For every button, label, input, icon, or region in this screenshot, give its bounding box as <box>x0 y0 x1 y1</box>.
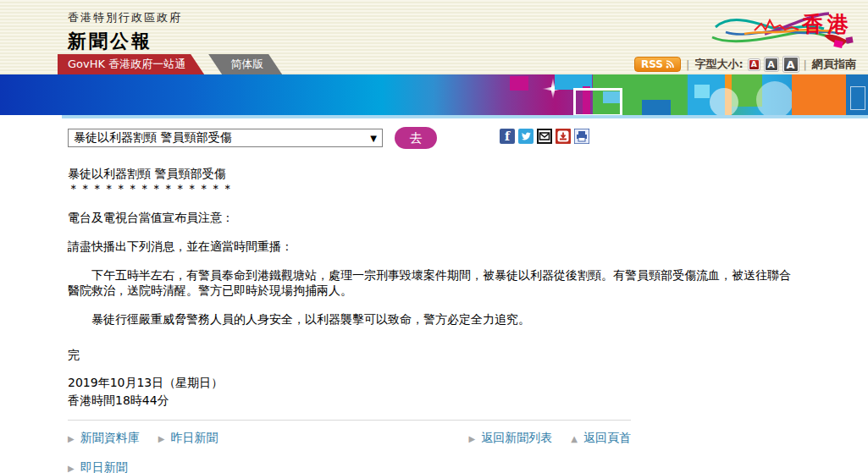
article-paragraph: 下午五時半左右，有警員奉命到港鐵觀塘站，處理一宗刑事毀壞案件期間，被暴徒以利器從… <box>68 267 800 298</box>
rss-label: RSS <box>641 58 663 70</box>
press-release-page: 香港特別行政區政府 新聞公報 香港 GovHK 香港政府一站通 简体版 <box>0 0 868 473</box>
link-label: 返回新聞列表 <box>481 431 552 446</box>
link-today-news[interactable]: ▶ 即日新聞 <box>68 460 128 473</box>
link-news-archive[interactable]: ▶ 新聞資料庫 <box>68 431 140 446</box>
rss-icon <box>666 60 674 69</box>
press-release-article: 暴徒以利器割頸 警員頸部受傷 ＊＊＊＊＊＊＊＊＊＊＊＊＊＊ 電台及電視台當值宣布… <box>68 166 800 410</box>
link-label: 返回頁首 <box>583 431 631 446</box>
article-paragraph: 暴徒行徑嚴重威脅警務人員的人身安全，以利器襲擊可以致命，警方必定全力追究。 <box>68 311 800 327</box>
banner-bokeh-circle <box>710 88 738 115</box>
triangle-right-icon: ▶ <box>158 434 165 443</box>
footer-links-left: ▶ 新聞資料庫 ▶ 昨日新聞 <box>68 431 218 446</box>
article-title-block: 暴徒以利器割頸 警員頸部受傷 ＊＊＊＊＊＊＊＊＊＊＊＊＊＊ <box>68 166 800 196</box>
brandhk-logo: 香港 <box>705 3 858 52</box>
banner-decoration <box>642 100 671 115</box>
chevron-down-icon: ▼ <box>370 134 377 143</box>
government-name: 香港特別行政區政府 <box>68 10 182 25</box>
share-bar: f <box>500 129 589 144</box>
triangle-up-icon: ▲ <box>571 434 578 443</box>
footer-links-left: ▶ 即日新聞 <box>68 460 128 473</box>
font-size-medium-button[interactable]: A <box>765 58 778 71</box>
news-select[interactable]: 暴徒以利器割頸 警員頸部受傷 ▼ <box>68 129 383 147</box>
triangle-right-icon: ▶ <box>68 434 75 443</box>
site-guide-link[interactable]: 網頁指南 <box>812 57 856 72</box>
article-title-underline-stars: ＊＊＊＊＊＊＊＊＊＊＊＊＊＊ <box>68 181 800 196</box>
link-back-to-top[interactable]: ▲ 返回頁首 <box>571 431 631 446</box>
utility-bar: RSS | 字型大小: A A A | 網頁指南 <box>634 57 856 72</box>
twitter-icon[interactable] <box>518 129 534 144</box>
link-back-to-news-list[interactable]: ▶ 返回新聞列表 <box>469 431 553 446</box>
link-yesterday-news[interactable]: ▶ 昨日新聞 <box>158 431 218 446</box>
footer-links-right: ▶ 返回新聞列表 ▲ 返回頁首 <box>469 431 631 446</box>
email-icon[interactable] <box>537 129 552 144</box>
article-date-block: 2019年10月13日（星期日） 香港時間18時44分 <box>68 374 800 410</box>
footer-divider <box>68 420 631 421</box>
footer-links-row: ▶ 即日新聞 <box>68 460 631 473</box>
brand-hongkong-text: 香港 <box>802 10 853 38</box>
rss-button[interactable]: RSS <box>634 57 681 72</box>
facebook-icon[interactable]: f <box>500 129 515 144</box>
article-date: 2019年10月13日（星期日） <box>68 374 800 392</box>
go-button[interactable]: 去 <box>395 127 437 149</box>
triangle-right-icon: ▶ <box>469 434 476 443</box>
print-icon[interactable] <box>574 129 589 144</box>
link-label: 即日新聞 <box>80 460 128 473</box>
link-label: 新聞資料庫 <box>80 431 140 446</box>
article-time: 香港時間18時44分 <box>68 392 800 410</box>
banner-decoration <box>694 85 710 98</box>
banner-outline-square <box>850 86 865 110</box>
download-icon[interactable] <box>556 129 571 144</box>
article-paragraph: 請盡快播出下列消息，並在適當時間重播： <box>68 239 800 254</box>
site-header: 香港特別行政區政府 新聞公報 香港 GovHK 香港政府一站通 简体版 <box>0 0 868 74</box>
page-title: 新聞公報 <box>68 29 182 54</box>
banner-decoration <box>510 76 528 91</box>
link-label: 昨日新聞 <box>170 431 218 446</box>
font-size-small-button[interactable]: A <box>749 59 760 70</box>
news-toolbar: 暴徒以利器割頸 警員頸部受傷 ▼ 去 f <box>68 127 800 149</box>
font-size-large-button[interactable]: A <box>783 57 799 72</box>
separator: | <box>686 58 689 71</box>
article-title: 暴徒以利器割頸 警員頸部受傷 <box>68 166 800 181</box>
header-tabs: GovHK 香港政府一站通 简体版 <box>58 54 282 74</box>
article-paragraph: 電台及電視台當值宣布員注意： <box>68 210 800 225</box>
font-size-label: 字型大小: <box>694 57 743 72</box>
masthead: 香港特別行政區政府 新聞公報 <box>68 10 182 54</box>
decorative-banner <box>0 74 868 115</box>
tab-govhk[interactable]: GovHK 香港政府一站通 <box>58 54 204 74</box>
banner-decoration <box>792 74 846 115</box>
tab-simplified-chinese[interactable]: 简体版 <box>208 54 282 74</box>
banner-decoration <box>603 91 620 103</box>
footer-links-row: ▶ 新聞資料庫 ▶ 昨日新聞 ▶ 返回新聞列表 ▲ 返回頁首 <box>68 431 631 446</box>
main-content: 暴徒以利器割頸 警員頸部受傷 ▼ 去 f <box>0 115 868 473</box>
banner-bokeh-circle <box>756 81 793 115</box>
banner-underline <box>62 115 868 118</box>
news-select-value: 暴徒以利器割頸 警員頸部受傷 <box>74 130 231 146</box>
triangle-right-icon: ▶ <box>68 464 75 473</box>
article-end-mark: 完 <box>68 347 800 362</box>
separator: | <box>804 58 807 71</box>
footer-links: ▶ 新聞資料庫 ▶ 昨日新聞 ▶ 返回新聞列表 ▲ 返回頁首 <box>68 431 631 473</box>
